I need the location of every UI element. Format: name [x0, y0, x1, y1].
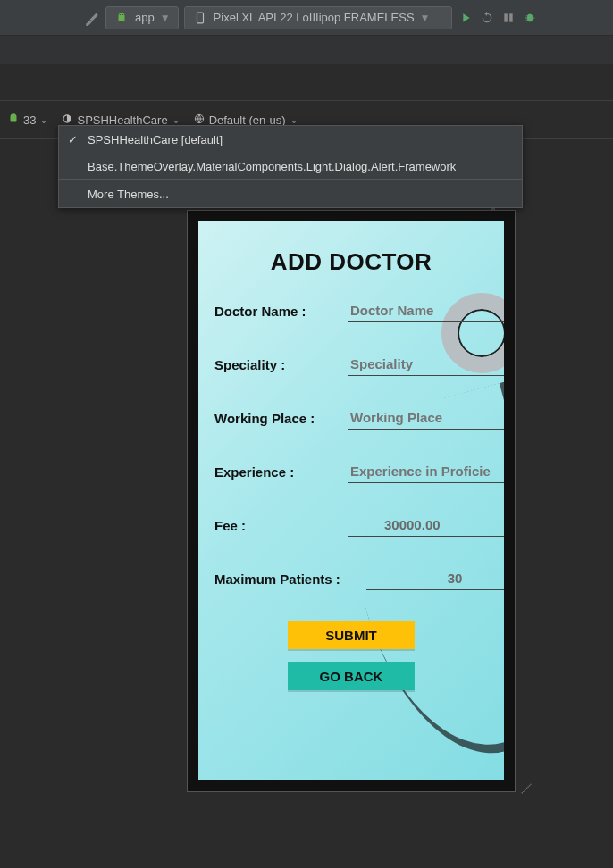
app-config-dropdown[interactable]: app ▼	[105, 6, 179, 29]
svg-rect-4	[509, 13, 513, 21]
api-level-label: 33	[23, 113, 36, 127]
theme-menu-item[interactable]: SPSHHealthCare [default]	[59, 126, 522, 153]
chevron-down-icon: ⌄	[39, 113, 48, 126]
debug-icon[interactable]	[522, 10, 538, 26]
device-dropdown[interactable]: Pixel XL API 22 LoIIIipop FRAMELESS ▼	[184, 6, 452, 29]
phone-screen: ADD DOCTOR Doctor Name : Speciality : Wo…	[198, 221, 504, 780]
api-level-selector[interactable]: 33 ⌄	[7, 108, 48, 131]
theme-menu-item-more[interactable]: More Themes...	[59, 180, 522, 207]
theme-menu-item-label: More Themes...	[88, 188, 169, 201]
hammer-icon[interactable]	[84, 10, 100, 26]
resize-handle-icon[interactable]: ⟋	[516, 777, 536, 800]
max-patients-input[interactable]	[366, 567, 504, 590]
svg-point-1	[122, 13, 123, 14]
android-icon	[113, 10, 130, 26]
submit-button[interactable]: SUBMIT	[288, 621, 415, 649]
doctor-name-label: Doctor Name :	[214, 304, 348, 319]
go-back-button[interactable]: GO BACK	[288, 662, 415, 690]
form: Doctor Name : Speciality : Working Place…	[198, 299, 504, 690]
chevron-down-icon: ⌄	[290, 113, 298, 126]
doctor-name-input[interactable]	[348, 299, 504, 322]
stop-icon[interactable]	[500, 10, 516, 26]
theme-dropdown-menu: SPSHHealthCare [default] Base.ThemeOverl…	[58, 125, 523, 208]
device-icon	[192, 10, 208, 26]
chevron-down-icon: ▼	[160, 12, 171, 24]
restart-icon[interactable]	[479, 10, 495, 26]
theme-menu-item-label: SPSHHealthCare [default]	[88, 133, 223, 146]
speciality-label: Speciality :	[214, 357, 348, 372]
chevron-down-icon: ⌄	[172, 113, 181, 126]
svg-rect-3	[504, 13, 508, 21]
run-icon[interactable]	[458, 10, 474, 26]
max-patients-label: Maximum Patients :	[214, 572, 366, 587]
theme-menu-item[interactable]: Base.ThemeOverlay.MaterialComponents.Lig…	[59, 153, 522, 179]
sub-toolbar	[0, 36, 613, 64]
device-preview-frame: ADD DOCTOR Doctor Name : Speciality : Wo…	[187, 210, 516, 792]
experience-input[interactable]	[348, 460, 504, 483]
svg-point-0	[120, 13, 121, 14]
svg-rect-2	[197, 13, 203, 23]
app-config-label: app	[135, 11, 155, 24]
experience-label: Experience :	[214, 464, 348, 480]
device-label: Pixel XL API 22 LoIIIipop FRAMELESS	[214, 11, 415, 24]
fee-input[interactable]	[348, 513, 504, 537]
working-place-label: Working Place :	[214, 411, 348, 426]
chevron-down-icon: ▼	[420, 12, 431, 24]
speciality-input[interactable]	[348, 353, 504, 376]
page-title: ADD DOCTOR	[198, 248, 504, 276]
android-icon	[7, 113, 20, 128]
top-toolbar: app ▼ Pixel XL API 22 LoIIIipop FRAMELES…	[0, 0, 613, 36]
fee-label: Fee :	[214, 518, 348, 533]
working-place-input[interactable]	[348, 406, 504, 430]
theme-menu-item-label: Base.ThemeOverlay.MaterialComponents.Lig…	[88, 160, 456, 173]
